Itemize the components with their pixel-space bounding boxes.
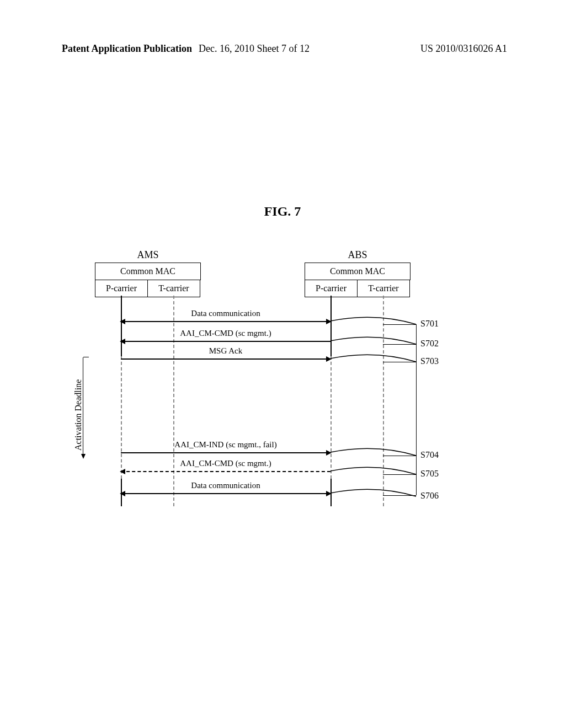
connector-s703 — [331, 353, 419, 364]
msg-ack: MSG Ack — [121, 346, 331, 356]
msg-line-6 — [121, 493, 331, 494]
header-pub-number: US 2010/0316026 A1 — [420, 43, 507, 55]
ams-p-carrier: P-carrier — [95, 280, 147, 297]
step-s706: S706 — [420, 491, 439, 501]
entity-ams: AMS Common MAC P-carrier T-carrier — [95, 247, 201, 297]
msg-data-comm-1: Data communication — [121, 309, 331, 318]
header-date-sheet: Dec. 16, 2010 Sheet 7 of 12 — [199, 43, 310, 55]
tick-s706 — [383, 495, 416, 496]
figure-title: FIG. 7 — [0, 204, 565, 219]
abs-title: ABS — [305, 247, 411, 263]
tick-s704 — [383, 456, 416, 456]
ams-mac-box: Common MAC — [95, 263, 201, 280]
tick-s701 — [383, 324, 416, 325]
activation-deadline-label: Activation Deadline — [73, 379, 83, 451]
ams-t-carrier: T-carrier — [147, 280, 200, 297]
ams-t-lifeline — [173, 296, 174, 506]
activation-deadline-bracket — [83, 357, 83, 458]
tick-s702 — [383, 344, 416, 345]
msg-cm-cmd-1: AAI_CM-CMD (sc mgmt.) — [121, 329, 331, 338]
abs-carrier-row: P-carrier T-carrier — [305, 280, 411, 297]
step-s701: S701 — [420, 319, 439, 329]
msg-cm-cmd-2: AAI_CM-CMD (sc mgmt.) — [121, 459, 331, 468]
msg-line-5 — [121, 471, 331, 472]
connector-s705 — [331, 465, 419, 477]
connector-s702 — [331, 335, 419, 346]
msg-data-comm-2: Data communication — [121, 481, 331, 490]
abs-p-lifeline-seg2 — [331, 356, 332, 479]
tick-s705 — [383, 474, 416, 475]
ams-title: AMS — [95, 247, 201, 263]
tick-s703 — [383, 362, 416, 362]
msg-cm-ind-fail: AAI_CM-IND (sc mgmt., fail) — [121, 440, 331, 449]
connector-s701 — [331, 315, 419, 326]
connector-s706 — [331, 488, 419, 499]
header-publication: Patent Application Publication — [62, 43, 192, 55]
step-s704: S704 — [420, 450, 439, 460]
msg-line-1 — [121, 321, 331, 322]
step-s703: S703 — [420, 356, 439, 366]
entity-abs: ABS Common MAC P-carrier T-carrier — [305, 247, 411, 297]
msg-line-3 — [121, 358, 331, 360]
ams-carrier-row: P-carrier T-carrier — [95, 280, 201, 297]
abs-t-carrier: T-carrier — [357, 280, 410, 297]
abs-p-carrier: P-carrier — [305, 280, 357, 297]
msg-line-4 — [121, 452, 331, 453]
connector-s704 — [331, 447, 419, 458]
step-s702: S702 — [420, 339, 439, 349]
step-vertical-line — [416, 324, 417, 495]
msg-line-2 — [121, 341, 331, 342]
abs-mac-box: Common MAC — [305, 263, 411, 280]
step-s705: S705 — [420, 469, 439, 479]
